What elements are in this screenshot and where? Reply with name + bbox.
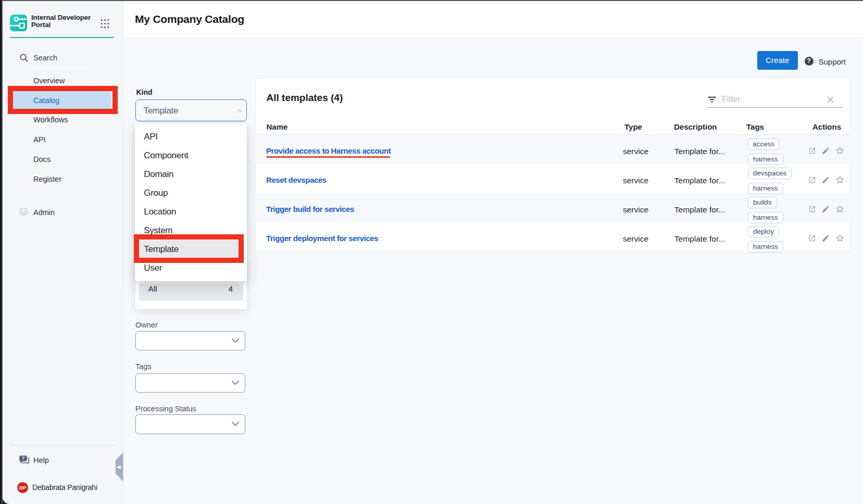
svg-text:?: ? — [21, 456, 24, 461]
